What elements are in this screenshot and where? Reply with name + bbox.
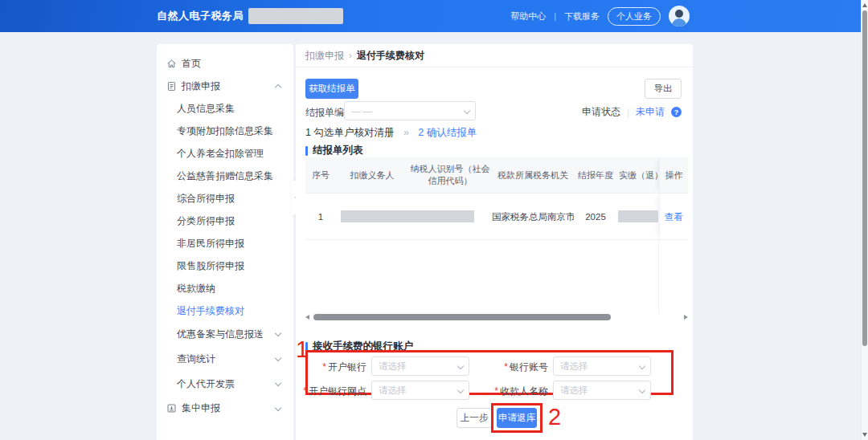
view-link[interactable]: 查看: [665, 211, 683, 223]
scroll-down-arrow-icon[interactable]: [862, 433, 867, 437]
scroll-up-arrow-icon[interactable]: [862, 3, 867, 7]
sidebar-item-pension-deduction[interactable]: 个人养老金扣除管理: [157, 142, 293, 165]
header-nav: 帮助中心 | 下载服务 个人业务: [510, 0, 690, 32]
sidebar-item-withholding-declare[interactable]: 扣缴申报: [157, 75, 293, 97]
report-table: 序号 扣缴义务人 纳税人识别号（社会信用代码） 税款所属税务机关 结报年度 实缴…: [305, 157, 688, 312]
sidebar-item-preferential-filing[interactable]: 优惠备案与信息报送: [157, 322, 293, 347]
pinned-column-divider: [658, 240, 659, 312]
breadcrumb-separator: ›: [349, 50, 352, 61]
sidebar-item-label: 个人养老金扣除管理: [177, 147, 264, 161]
sidebar-item-label: 扣缴申报: [182, 79, 220, 93]
col-amount: 实缴（退）金额: [617, 168, 659, 183]
export-button[interactable]: 导出: [645, 79, 682, 99]
question-icon[interactable]: ?: [671, 107, 682, 117]
sidebar-item-centralized-declare[interactable]: 集中申报: [157, 397, 293, 419]
scroll-right-arrow-icon[interactable]: [684, 315, 688, 320]
apply-status: 申请状态 | 未申请 ?: [582, 105, 682, 119]
personal-business-button[interactable]: 个人业务: [608, 7, 661, 26]
sidebar-item-classified-income[interactable]: 分类所得申报: [157, 210, 293, 232]
step-separator: »: [403, 127, 409, 138]
step-2[interactable]: 2 确认结报单: [418, 127, 477, 138]
header-divider: |: [554, 11, 556, 21]
horizontal-scrollbar[interactable]: [305, 314, 688, 321]
vertical-scrollbar-thumb[interactable]: [862, 10, 867, 346]
sidebar-item-nonresident-income[interactable]: 非居民所得申报: [157, 232, 293, 255]
bank-account-select[interactable]: 请选择: [553, 356, 651, 376]
sidebar-item-label: 综合所得申报: [177, 192, 235, 206]
sidebar-item-label: 首页: [182, 57, 201, 71]
bank-branch-select[interactable]: 请选择: [371, 381, 469, 400]
report-no-value: — —: [351, 106, 372, 116]
sidebar-item-personal-invoice[interactable]: 个人代开发票: [157, 372, 293, 397]
redacted-org-name: [248, 8, 343, 24]
sidebar: 首页 扣缴申报 人员信息采集 专项附加扣除信息采集 个人养老金扣除管理 公益慈善…: [157, 44, 293, 440]
required-mark: *: [504, 361, 508, 373]
bank-form-row-1: *开户银行 请选择 *银行账号 请选择: [296, 356, 674, 376]
table-empty-body: [305, 240, 688, 312]
bank-field-label: *收款人名称: [477, 385, 548, 398]
bank-form-row-2: *开户银行网点 请选择 *收款人名称 请选择: [296, 381, 674, 400]
table-row: 1 国家税务总局南京市... 2025 查看: [305, 194, 688, 240]
status-divider: |: [627, 107, 629, 118]
step-1[interactable]: 1 勾选单户核对清册: [305, 127, 394, 138]
sidebar-item-charity-donation[interactable]: 公益慈善捐赠信息采集: [157, 165, 293, 187]
row-action-cell: 查看: [659, 194, 688, 240]
help-center-link[interactable]: 帮助中心: [510, 10, 546, 22]
apply-refund-button[interactable]: 申请退库: [497, 408, 537, 428]
app-title: 自然人电子税务局: [157, 9, 244, 23]
sidebar-item-tax-payment[interactable]: 税款缴纳: [157, 277, 293, 299]
sidebar-item-refund-fee-check[interactable]: 退付手续费核对: [157, 299, 293, 322]
chevron-down-icon: [639, 363, 645, 369]
section-bar-icon: [305, 146, 308, 156]
payee-name-select[interactable]: 请选择: [553, 381, 651, 400]
status-value: 未申请: [636, 105, 665, 119]
sidebar-item-home[interactable]: 首页: [157, 52, 293, 75]
vertical-scrollbar[interactable]: [861, 0, 868, 440]
row-index: 1: [305, 212, 336, 222]
col-withholding-agent: 扣缴义务人: [336, 168, 408, 183]
page: 自然人电子税务局 帮助中心 | 下载服务 个人业务 首页: [0, 0, 868, 440]
sidebar-item-label: 退付手续费核对: [177, 304, 244, 318]
col-report-year: 结报年度: [574, 168, 617, 183]
avatar-body-icon: [672, 18, 686, 26]
sidebar-item-comprehensive-income[interactable]: 综合所得申报: [157, 187, 293, 210]
sidebar-item-special-deduction[interactable]: 专项附加扣除信息采集: [157, 120, 293, 142]
sidebar-item-label: 分类所得申报: [177, 214, 235, 228]
user-avatar[interactable]: [669, 6, 690, 26]
sidebar-item-personnel-info[interactable]: 人员信息采集: [157, 97, 293, 120]
col-tax-authority: 税款所属税务机关: [492, 168, 574, 183]
sidebar-item-label: 人员信息采集: [177, 102, 235, 116]
row-report-year: 2025: [574, 212, 617, 222]
sidebar-item-label: 公益慈善捐赠信息采集: [177, 169, 273, 183]
sidebar-item-label: 限售股所得申报: [177, 259, 244, 273]
annotation-number-2: 2: [548, 405, 561, 429]
horizontal-scrollbar-thumb[interactable]: [313, 314, 611, 320]
chevron-down-icon: [275, 355, 281, 361]
previous-step-button[interactable]: 上一步: [457, 408, 492, 428]
chevron-down-icon: [275, 405, 281, 411]
scroll-left-arrow-icon[interactable]: [305, 315, 309, 320]
fetch-report-button[interactable]: 获取结报单: [305, 79, 358, 99]
sidebar-item-restricted-shares[interactable]: 限售股所得申报: [157, 255, 293, 277]
row-tax-authority: 国家税务总局南京市...: [492, 211, 574, 223]
bank-field-label: *开户银行: [296, 361, 366, 374]
sidebar-item-label: 查询统计: [177, 352, 215, 366]
sidebar-item-query-statistics[interactable]: 查询统计: [157, 347, 293, 372]
report-list-section-title: 结报单列表: [305, 144, 363, 157]
chevron-down-icon: [639, 387, 645, 393]
download-service-link[interactable]: 下载服务: [564, 10, 600, 22]
breadcrumb-parent[interactable]: 扣缴申报: [305, 49, 344, 63]
col-index: 序号: [305, 168, 336, 183]
chevron-down-icon: [457, 387, 464, 393]
col-action: 操作: [659, 157, 688, 193]
sidebar-item-label: 专项附加扣除信息采集: [177, 124, 273, 138]
report-no-select[interactable]: — —: [344, 101, 476, 120]
table-header: 序号 扣缴义务人 纳税人识别号（社会信用代码） 税款所属税务机关 结报年度 实缴…: [305, 157, 688, 194]
sidebar-item-label: 税款缴纳: [177, 282, 215, 295]
bank-field-label: *开户银行网点: [296, 385, 366, 398]
deposit-bank-select[interactable]: 请选择: [371, 356, 469, 376]
required-mark: *: [303, 385, 307, 397]
document-icon: [166, 80, 177, 92]
sidebar-item-label: 非居民所得申报: [177, 237, 244, 251]
sidebar-item-label: 优惠备案与信息报送: [177, 328, 264, 341]
